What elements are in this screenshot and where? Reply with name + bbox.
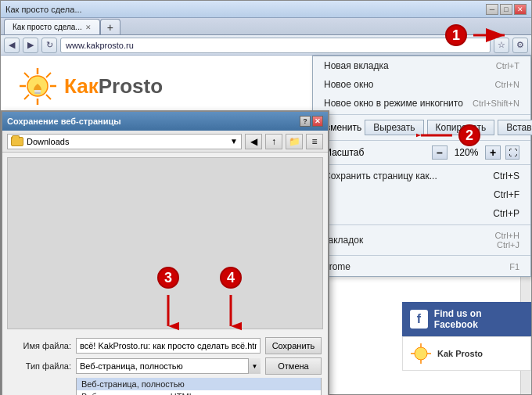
- arrow-3-icon: [157, 292, 179, 331]
- facebook-icon: f: [410, 310, 428, 329]
- menu-divider-5: [313, 255, 530, 256]
- window-title: Как просто сдела...: [5, 5, 486, 14]
- dialog-title-bar: Сохранение веб-страницы ? ✕: [2, 112, 328, 131]
- annotation-badge-2: 2: [458, 124, 480, 146]
- svg-line-4: [24, 73, 29, 77]
- reload-button[interactable]: ↻: [41, 38, 57, 53]
- filetype-row: Тип файла: Веб-страница, полностью Веб-с…: [9, 357, 322, 375]
- menu-bookmarks-item[interactable]: закладок Ctrl+H Ctrl+J: [313, 227, 530, 253]
- save-button[interactable]: Сохранить: [265, 337, 322, 354]
- zoom-fullscreen-icon[interactable]: ⛶: [505, 145, 519, 160]
- toolbar-view-btn[interactable]: ≡: [306, 134, 323, 149]
- annotation-arrow-1: 1: [445, 24, 509, 46]
- facebook-page-name: Kak Prosto: [437, 349, 483, 358]
- menu-find-item[interactable]: Ctrl+F: [313, 185, 530, 204]
- active-tab[interactable]: Как просто сдела... ✕: [4, 19, 100, 34]
- annotation-arrow-4: 4: [220, 267, 242, 331]
- logo-area: КакProsto: [16, 65, 163, 108]
- annotation-arrow-3: 3: [157, 267, 179, 331]
- facebook-find-us-box[interactable]: f Find us on Facebook: [402, 302, 531, 336]
- toolbar-create-folder-btn[interactable]: 📁: [286, 134, 303, 149]
- menu-zoom-label: Масштаб: [324, 147, 427, 158]
- window-controls: ─ □ ✕: [486, 4, 527, 15]
- wrench-button[interactable]: ⚙: [512, 38, 528, 53]
- menu-new-window[interactable]: Новое окно Ctrl+N: [313, 75, 530, 94]
- maximize-button[interactable]: □: [500, 4, 512, 15]
- annotation-badge-3: 3: [157, 267, 179, 289]
- arrow-2-icon: [416, 124, 455, 146]
- svg-rect-9: [34, 90, 41, 92]
- close-button[interactable]: ✕: [514, 4, 527, 15]
- filename-label: Имя файла:: [9, 341, 71, 350]
- dialog-toolbar: Downloads ▼ ◀ ↑ 📁 ≡: [2, 131, 328, 153]
- menu-divider-1: [313, 114, 530, 115]
- logo-text: КакProsto: [64, 74, 163, 99]
- dropdown-option-1[interactable]: Веб-страница, полностью: [77, 378, 321, 390]
- forward-button[interactable]: ▶: [23, 38, 38, 53]
- folder-name: Downloads: [27, 137, 69, 146]
- dialog-close-button[interactable]: ✕: [312, 116, 323, 127]
- zoom-minus-button[interactable]: –: [432, 145, 448, 160]
- dropdown-option-2[interactable]: Веб-страница, только HTML: [77, 390, 321, 395]
- url-text: www.kakprosto.ru: [66, 41, 134, 50]
- filetype-label: Тип файла:: [9, 361, 71, 371]
- minimize-button[interactable]: ─: [486, 4, 498, 15]
- menu-new-tab[interactable]: Новая вкладка Ctrl+T: [313, 56, 530, 75]
- dialog-title-controls: ? ✕: [300, 116, 323, 127]
- svg-line-5: [46, 73, 51, 77]
- menu-cut-button[interactable]: Вырезать: [365, 120, 423, 135]
- svg-point-15: [415, 347, 427, 360]
- tab-label: Как просто сдела...: [13, 23, 82, 31]
- menu-print-item[interactable]: Ctrl+P: [313, 204, 530, 223]
- chrome-menu: Новая вкладка Ctrl+T Новое окно Ctrl+N Н…: [312, 56, 531, 277]
- filetype-wrapper: Веб-страница, полностью Веб-страница, то…: [76, 358, 261, 374]
- filename-row: Имя файла: Сохранить: [9, 337, 322, 354]
- filetype-dropdown-list: Веб-страница, полностью Веб-страница, то…: [76, 378, 322, 395]
- tab-close-icon[interactable]: ✕: [85, 23, 92, 31]
- menu-paste-button[interactable]: Вставить: [498, 120, 532, 135]
- menu-incognito[interactable]: Новое окно в режиме инкогнито Ctrl+Shift…: [313, 94, 530, 113]
- dialog-title-text: Сохранение веб-страницы: [7, 117, 121, 126]
- zoom-plus-button[interactable]: +: [485, 145, 501, 160]
- arrow-1-icon: [470, 24, 509, 46]
- dialog-footer: Имя файла: Сохранить Тип файла: Веб-стра…: [2, 334, 328, 395]
- toolbar-back-btn[interactable]: ◀: [245, 134, 262, 149]
- annotation-badge-4: 4: [220, 267, 242, 289]
- address-bar[interactable]: www.kakprosto.ru: [60, 38, 491, 53]
- menu-chrome-item[interactable]: hrome F1: [313, 257, 530, 276]
- filename-input[interactable]: [76, 338, 261, 354]
- browser-window: Как просто сдела... ─ □ ✕ Как просто сде…: [0, 0, 532, 395]
- title-bar: Как просто сдела... ─ □ ✕: [1, 1, 531, 18]
- facebook-find-us-text: Find us on Facebook: [434, 308, 523, 330]
- zoom-value-text: 120%: [452, 147, 480, 158]
- kakprosto-mini-logo: [409, 342, 433, 365]
- folder-dropdown-arrow[interactable]: ▼: [230, 137, 238, 145]
- menu-divider-3: [313, 164, 530, 165]
- filetype-select[interactable]: Веб-страница, полностью Веб-страница, то…: [76, 358, 261, 374]
- facebook-sidebar: f Find us on Facebook Kak Prosto: [402, 302, 531, 371]
- dialog-question-button[interactable]: ?: [300, 116, 311, 127]
- menu-divider-4: [313, 224, 530, 225]
- svg-line-6: [24, 95, 29, 99]
- back-button[interactable]: ◀: [4, 38, 20, 53]
- annotation-badge-1: 1: [445, 24, 467, 46]
- folder-path-bar[interactable]: Downloads ▼: [7, 134, 242, 149]
- svg-rect-10: [34, 92, 41, 94]
- svg-line-7: [46, 95, 51, 99]
- toolbar-up-btn[interactable]: ↑: [265, 134, 282, 149]
- cancel-button[interactable]: Отмена: [265, 357, 322, 375]
- new-tab-button[interactable]: +: [100, 19, 120, 34]
- annotation-arrow-2: 2: [416, 124, 480, 146]
- arrow-4-icon: [220, 292, 242, 331]
- menu-save-page-item[interactable]: Сохранить страницу как... Ctrl+S: [313, 167, 530, 185]
- facebook-page-row[interactable]: Kak Prosto: [402, 336, 531, 371]
- site-logo-icon: [16, 65, 59, 108]
- save-dialog: Сохранение веб-страницы ? ✕ Downloads ▼ …: [1, 110, 329, 395]
- folder-icon: [11, 137, 23, 146]
